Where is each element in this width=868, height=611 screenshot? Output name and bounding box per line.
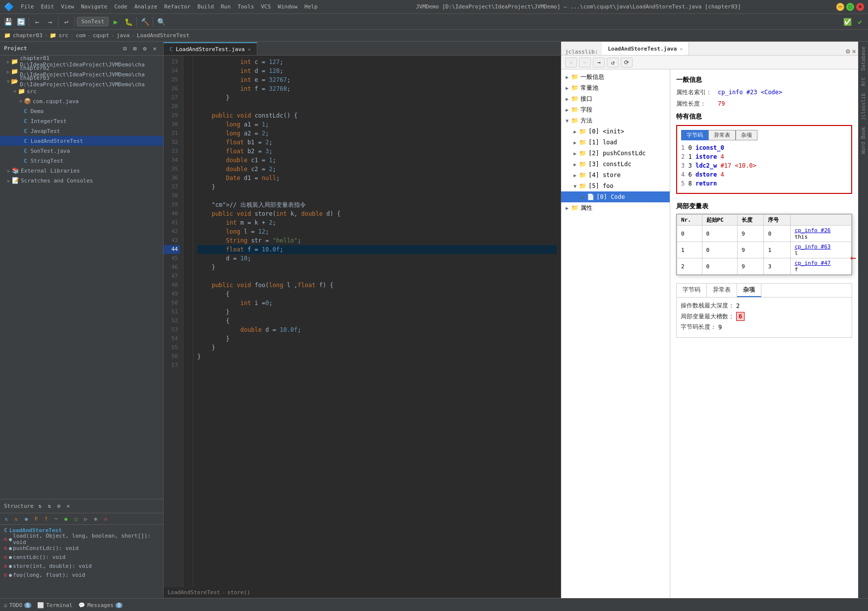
jcl-tree-load[interactable]: ▶ 📁 [1] load: [561, 137, 670, 148]
jcl-tree-attrs[interactable]: ▶ 📁 属性: [561, 202, 670, 213]
jcl-tab-loadandstoretest[interactable]: LoadAndStoreTest.java ✕: [602, 42, 689, 55]
jcl-tree-constants[interactable]: ▶ 📁 常量池: [561, 82, 670, 93]
misc-tab-bytecode[interactable]: 字节码: [677, 284, 707, 297]
jcl-tree-methods[interactable]: ▼ 📁 方法: [561, 115, 670, 126]
toolbar-forward-btn[interactable]: →: [44, 16, 56, 28]
jcl-refresh-btn[interactable]: ↺: [607, 58, 619, 67]
tree-item-javaptest[interactable]: C JavapTest: [0, 126, 163, 136]
toolbar-debug-btn[interactable]: 🐛: [122, 16, 134, 28]
menu-run[interactable]: Run: [218, 2, 233, 11]
struct-filter2[interactable]: P: [32, 514, 41, 523]
run-config-selector[interactable]: SonTest: [77, 17, 109, 26]
tree-item-integertest[interactable]: C IntegerTest: [0, 116, 163, 126]
tree-item-sontest[interactable]: C SonTest.java: [0, 146, 163, 156]
jcl-nav-forward[interactable]: →: [593, 58, 605, 67]
vtab-wordbook[interactable]: Word Book: [860, 124, 867, 157]
struct-method-constldc[interactable]: m ● constLdc(): void: [0, 552, 163, 561]
menu-build[interactable]: Build: [194, 2, 217, 11]
vtab-database[interactable]: Database: [860, 44, 867, 73]
menu-analyze[interactable]: Analyze: [131, 2, 160, 11]
menu-navigate[interactable]: Navigate: [78, 2, 111, 11]
menu-edit[interactable]: Edit: [38, 2, 58, 11]
bc-tab-exceptions[interactable]: 异常表: [708, 130, 736, 140]
toolbar-check-btn[interactable]: ✔: [854, 16, 866, 28]
menu-vcs[interactable]: VCS: [258, 2, 274, 11]
struct-filter6[interactable]: ○: [71, 514, 80, 523]
misc-tab-exceptions[interactable]: 异常表: [707, 284, 737, 297]
jcl-tab-close[interactable]: ✕: [680, 46, 683, 52]
misc-tab-misc[interactable]: 杂项: [737, 284, 761, 297]
project-close-btn[interactable]: ✕: [150, 44, 159, 53]
vtab-jclasslib[interactable]: jclasslib: [860, 90, 867, 123]
struct-close[interactable]: ✕: [64, 502, 73, 511]
tree-item-loadandstoretest[interactable]: C LoadAndStoreTest: [0, 136, 163, 146]
menu-refactor[interactable]: Refactor: [161, 2, 193, 11]
menu-window[interactable]: Window: [275, 2, 300, 11]
breadcrumb-chapter03[interactable]: chapter03: [13, 32, 43, 39]
menu-code[interactable]: Code: [111, 2, 130, 11]
jcl-tree-general[interactable]: ▶ 📁 一般信息: [561, 71, 670, 82]
toolbar-undo-btn[interactable]: ↩: [60, 16, 72, 28]
vtab-art[interactable]: Art: [860, 74, 867, 89]
struct-filter7[interactable]: ▷: [81, 514, 90, 523]
tree-item-src[interactable]: ▼ 📁 src: [0, 86, 163, 96]
struct-sort-btn[interactable]: ⇅: [2, 514, 11, 523]
struct-filter8[interactable]: ⊕: [91, 514, 100, 523]
struct-settings[interactable]: ⚙: [55, 502, 63, 511]
bc-tabs[interactable]: 字节码 异常表 杂项: [681, 130, 847, 140]
breadcrumb-src[interactable]: src: [58, 32, 68, 39]
project-settings-btn[interactable]: ⚙: [140, 44, 149, 53]
toolbar-save-btn[interactable]: 💾: [2, 16, 14, 28]
jcl-tree-foo[interactable]: ▼ 📁 [5] foo: [561, 181, 670, 191]
struct-filter1[interactable]: ●: [22, 514, 31, 523]
jcl-reload-btn[interactable]: ⟳: [621, 58, 633, 67]
menu-file[interactable]: File: [18, 2, 37, 11]
breadcrumb-java[interactable]: java: [116, 32, 130, 39]
toolbar-search-btn[interactable]: 🔍: [155, 16, 167, 28]
menu-bar[interactable]: File Edit View Navigate Code Analyze Ref…: [18, 2, 321, 11]
bottom-tab-messages[interactable]: 💬 Messages 0: [78, 602, 122, 609]
struct-method-store[interactable]: m ● store(int, double): void: [0, 561, 163, 570]
misc-tabs[interactable]: 字节码 异常表 杂项: [677, 284, 852, 298]
window-controls[interactable]: ─ □ ✕: [836, 3, 864, 11]
toolbar-run-btn[interactable]: ▶: [110, 16, 121, 28]
breadcrumb-classname[interactable]: LoadAndStoreTest: [137, 32, 189, 39]
close-button[interactable]: ✕: [856, 3, 864, 11]
tree-item-chapter03[interactable]: ▼ 📂 chapter03 D:\IdeaProject\IdeaProject…: [0, 76, 163, 86]
jcl-tree-code[interactable]: ▶ 📄 [0] Code: [561, 191, 670, 202]
breadcrumb-com[interactable]: com: [76, 32, 86, 39]
jcl-nav-back[interactable]: ←: [579, 58, 591, 67]
struct-method-load[interactable]: m ● load(int, Object, long, boolean, sho…: [0, 535, 163, 544]
menu-help[interactable]: Help: [301, 2, 321, 11]
menu-tools[interactable]: Tools: [234, 2, 257, 11]
cp-info-link-47[interactable]: cp_info #47: [795, 260, 831, 266]
toolbar-back-btn[interactable]: ←: [31, 16, 43, 28]
maximize-button[interactable]: □: [846, 3, 854, 11]
bc-tab-misc[interactable]: 杂项: [736, 130, 757, 140]
toolbar-settings-btn[interactable]: ✅: [841, 16, 853, 28]
jclasslib-tree[interactable]: ▶ 📁 一般信息 ▶ 📁 常量池 ▶ 📁 接口 ▶ 📁 字段: [561, 69, 670, 598]
struct-filter9[interactable]: ⊘: [101, 514, 110, 523]
code-area[interactable]: 2324252627282930313233343536373839404142…: [164, 56, 561, 587]
jcl-tree-init[interactable]: ▶ 📁 [0] <init>: [561, 126, 670, 137]
toolbar-build-btn[interactable]: 🔨: [139, 16, 151, 28]
struct-method-foo[interactable]: m ● foo(long, float): void: [0, 570, 163, 579]
struct-btn2[interactable]: ⇅: [45, 502, 54, 511]
minimize-button[interactable]: ─: [836, 3, 844, 11]
struct-btn1[interactable]: ⇅: [36, 502, 45, 511]
struct-filter4[interactable]: ~: [52, 514, 60, 523]
struct-filter3[interactable]: f: [42, 514, 51, 523]
struct-filter5[interactable]: ●: [61, 514, 70, 523]
tree-item-demo[interactable]: C Demo: [0, 106, 163, 116]
editor-tab-loadandstoretest[interactable]: C LoadAndStoreTest.java ✕: [164, 42, 257, 55]
jcl-tree-store[interactable]: ▶ 📁 [4] store: [561, 170, 670, 181]
menu-view[interactable]: View: [58, 2, 77, 11]
project-tree[interactable]: ▶ 📁 chapter01 D:\IdeaProject\IdeaProject…: [0, 56, 163, 499]
jcl-tree-pushconstldc[interactable]: ▶ 📁 [2] pushConstLdc: [561, 148, 670, 159]
tree-item-scratches[interactable]: ▶ 📝 Scratches and Consoles: [0, 176, 163, 185]
jcl-settings-btn[interactable]: ⚙: [846, 47, 850, 55]
jcl-tree-fields[interactable]: ▶ 📁 字段: [561, 104, 670, 115]
project-collapse-btn[interactable]: ⊟: [120, 44, 129, 53]
jcl-tree-constldc[interactable]: ▶ 📁 [3] constLdc: [561, 159, 670, 170]
tab-close-btn[interactable]: ✕: [248, 47, 251, 52]
